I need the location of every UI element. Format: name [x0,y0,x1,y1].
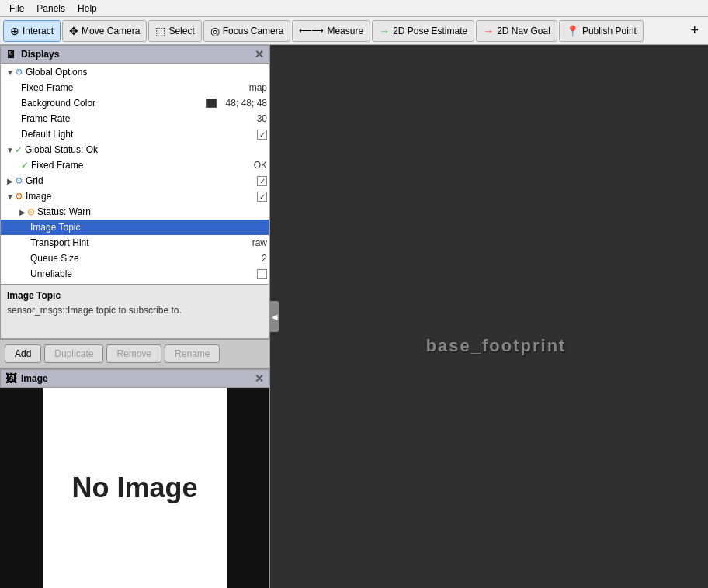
tree-row-queue-size[interactable]: Queue Size 2 [1,251,269,266]
focus-camera-icon: ◎ [210,25,220,37]
rename-button[interactable]: Rename [165,344,220,363]
select-label: Select [168,26,194,36]
tree-row-status-warn[interactable]: ▶ ⊙ Status: Warn [1,204,269,220]
tree-row-image-topic[interactable]: Image Topic [1,220,269,235]
image-panel: 🖼 Image ✕ No Image [0,368,269,589]
global-options-icon: ⚙ [15,67,23,78]
unreliable-checkbox[interactable] [257,269,267,279]
menu-bar: File Panels Help [0,0,708,17]
nav-goal-icon: → [483,25,494,37]
watermark-text: base_footprint [426,336,567,356]
tree-row-background-color[interactable]: Background Color 48; 48; 48 [1,95,269,111]
queue-size-label: Queue Size [30,253,255,264]
tool-move-camera[interactable]: ✥ Move Camera [62,20,147,42]
add-button[interactable]: Add [5,344,41,363]
tool-pose-estimate[interactable]: → 2D Pose Estimate [372,20,474,42]
unreliable-label: Unreliable [30,268,257,279]
image-label: Image [26,191,257,202]
tree-row-global-options[interactable]: ▼ ⚙ Global Options [1,64,269,80]
publish-point-label: Publish Point [582,26,637,36]
move-camera-label: Move Camera [82,26,140,36]
image-content: No Image [0,388,269,589]
global-status-arrow[interactable]: ▼ [5,146,15,154]
select-icon: ⬚ [155,25,165,37]
tool-select[interactable]: ⬚ Select [148,20,201,42]
global-status-icon: ✓ [15,144,23,155]
grid-arrow[interactable]: ▶ [5,177,15,185]
fixed-frame-value: map [249,82,267,93]
menu-panels[interactable]: Panels [30,2,71,16]
image-icon: ⚙ [15,191,23,202]
no-image-black-right [227,388,269,589]
background-color-swatch[interactable] [206,99,217,108]
description-text: sensor_msgs::Image topic to subscribe to… [7,304,262,317]
remove-button[interactable]: Remove [106,344,161,363]
tool-interact[interactable]: ⊕ Interact [3,20,61,42]
interact-label: Interact [23,26,54,36]
background-color-value: 48; 48; 48 [226,98,267,109]
image-checkbox[interactable] [257,192,267,202]
grid-icon: ⚙ [15,175,23,186]
image-panel-header: 🖼 Image ✕ [0,369,269,388]
description-title: Image Topic [7,290,262,301]
status-warn-arrow[interactable]: ▶ [18,208,27,216]
collapse-handle[interactable]: ◀ [270,301,279,332]
add-tool-button[interactable]: + [684,20,705,42]
queue-size-value: 2 [262,253,267,264]
displays-panel-close[interactable]: ✕ [255,48,264,61]
pose-estimate-icon: → [379,25,390,37]
tree-row-transport-hint[interactable]: Transport Hint raw [1,235,269,251]
description-area: Image Topic sensor_msgs::Image topic to … [0,285,269,339]
default-light-label: Default Light [21,129,257,140]
background-color-label: Background Color [21,98,206,109]
nav-goal-label: 2D Nav Goal [497,26,550,36]
no-image-black-left [0,388,43,589]
fixed-frame-ok-label: Fixed Frame [31,160,248,171]
3d-view[interactable]: .grid-line { stroke: #555; stroke-width:… [270,45,708,588]
measure-label: Measure [327,26,363,36]
tree-row-fixed-frame[interactable]: Fixed Frame map [1,80,269,95]
fixed-frame-ok-value: OK [254,160,267,171]
move-camera-icon: ✥ [69,25,78,37]
buttons-row: Add Duplicate Remove Rename [0,339,269,368]
image-arrow[interactable]: ▼ [5,192,15,201]
tree-row-default-light[interactable]: Default Light [1,126,269,142]
tool-focus-camera[interactable]: ◎ Focus Camera [203,20,291,42]
publish-point-icon: 📍 [566,25,579,37]
global-status-label: Global Status: Ok [25,144,267,155]
focus-camera-label: Focus Camera [223,26,284,36]
tree-row-fixed-frame-ok[interactable]: ✓ Fixed Frame OK [1,157,269,173]
displays-tree: ▼ ⚙ Global Options Fixed Frame map Backg… [0,64,269,285]
image-topic-label: Image Topic [30,222,267,233]
toolbar: ⊕ Interact ✥ Move Camera ⬚ Select ◎ Focu… [0,17,708,45]
frame-rate-label: Frame Rate [21,113,251,124]
menu-help[interactable]: Help [71,2,103,16]
global-options-label: Global Options [26,67,267,78]
interact-icon: ⊕ [10,25,19,37]
duplicate-button[interactable]: Duplicate [44,344,103,363]
pose-estimate-label: 2D Pose Estimate [393,26,467,36]
fixed-frame-ok-icon: ✓ [21,160,29,171]
displays-panel-title: Displays [21,49,59,60]
image-panel-close[interactable]: ✕ [255,372,264,385]
global-options-arrow[interactable]: ▼ [5,68,15,77]
tool-publish-point[interactable]: 📍 Publish Point [559,20,644,42]
default-light-checkbox[interactable] [257,130,267,140]
no-image-text: No Image [71,472,197,504]
tool-measure[interactable]: ⟵⟶ Measure [292,20,370,42]
grid-label: Grid [26,175,257,186]
tree-row-grid[interactable]: ▶ ⚙ Grid [1,173,269,189]
grid-checkbox[interactable] [257,176,267,186]
tree-row-global-status[interactable]: ▼ ✓ Global Status: Ok [1,142,269,157]
status-warn-icon: ⊙ [27,206,35,217]
tree-row-unreliable[interactable]: Unreliable [1,266,269,282]
menu-file[interactable]: File [3,2,30,16]
displays-panel-header: 🖥 Displays ✕ [0,45,269,64]
main-layout: 🖥 Displays ✕ ▼ ⚙ Global Options Fixed Fr… [0,45,708,588]
status-warn-label: Status: Warn [37,206,267,217]
tree-row-frame-rate[interactable]: Frame Rate 30 [1,111,269,126]
tree-row-image[interactable]: ▼ ⚙ Image [1,189,269,204]
3d-grid-canvas: .grid-line { stroke: #555; stroke-width:… [270,45,503,161]
measure-icon: ⟵⟶ [299,26,324,36]
tool-nav-goal[interactable]: → 2D Nav Goal [476,20,557,42]
